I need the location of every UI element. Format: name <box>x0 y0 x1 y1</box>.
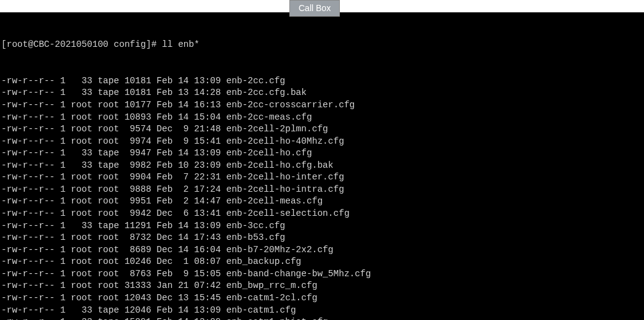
file-row: -rw-r--r-- 1 root root 10246 Dec 1 08:07… <box>1 256 643 268</box>
file-row: -rw-r--r-- 1 root root 10893 Feb 14 15:0… <box>1 112 643 124</box>
file-row: -rw-r--r-- 1 33 tape 9982 Feb 10 23:09 e… <box>1 160 643 172</box>
file-row: -rw-r--r-- 1 33 tape 10181 Feb 14 13:09 … <box>1 75 643 88</box>
file-row: -rw-r--r-- 1 root root 8763 Feb 9 15:05 … <box>1 268 643 281</box>
file-row: -rw-r--r-- 1 root root 10177 Feb 14 16:1… <box>1 99 643 112</box>
file-row: -rw-r--r-- 1 root root 8732 Dec 14 17:43… <box>1 232 643 244</box>
file-row: -rw-r--r-- 1 root root 9888 Feb 2 17:24 … <box>1 184 643 196</box>
file-row: -rw-r--r-- 1 root root 9951 Feb 2 14:47 … <box>1 195 643 208</box>
shell-prompt: [root@CBC-2021050100 config]# ll enb* <box>1 39 643 51</box>
file-row: -rw-r--r-- 1 root root 9974 Feb 9 15:41 … <box>1 136 643 148</box>
file-row: -rw-r--r-- 1 root root 9942 Dec 6 13:41 … <box>1 208 643 220</box>
file-row: -rw-r--r-- 1 33 tape 15091 Feb 14 13:09 … <box>1 316 643 320</box>
file-row: -rw-r--r-- 1 root root 12043 Dec 13 15:4… <box>1 292 643 305</box>
file-row: -rw-r--r-- 1 root root 8689 Dec 14 16:04… <box>1 244 643 256</box>
file-row: -rw-r--r-- 1 33 tape 12046 Feb 14 13:09 … <box>1 305 643 317</box>
file-row: -rw-r--r-- 1 33 tape 9947 Feb 14 13:09 e… <box>1 147 643 160</box>
file-row: -rw-r--r-- 1 root root 9574 Dec 9 21:48 … <box>1 123 643 136</box>
file-row: -rw-r--r-- 1 33 tape 11291 Feb 14 13:09 … <box>1 220 643 232</box>
call-box-button[interactable]: Call Box <box>289 0 340 17</box>
file-row: -rw-r--r-- 1 root root 31333 Jan 21 07:4… <box>1 280 643 292</box>
terminal-output: [root@CBC-2021050100 config]# ll enb* -r… <box>0 12 644 320</box>
file-row: -rw-r--r-- 1 root root 9904 Feb 7 22:31 … <box>1 171 643 184</box>
file-row: -rw-r--r-- 1 33 tape 10181 Feb 13 14:28 … <box>1 87 643 99</box>
